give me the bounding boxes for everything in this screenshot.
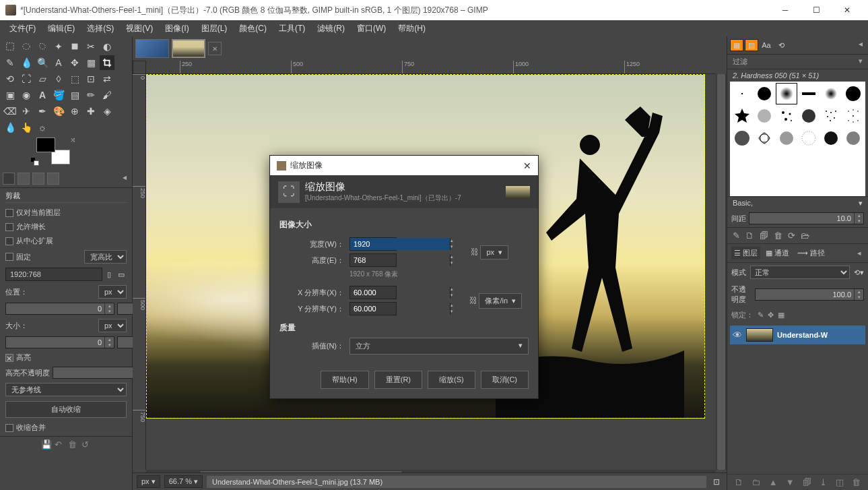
- tool-smudge[interactable]: 👆: [19, 120, 34, 135]
- layer-thumbnail[interactable]: [746, 328, 773, 342]
- tool-clone[interactable]: ⊕: [67, 104, 82, 119]
- tool-pencil[interactable]: ✏: [84, 88, 98, 102]
- menu-image[interactable]: 图像(I): [160, 21, 194, 36]
- refresh-brushes-icon[interactable]: ⟳: [788, 231, 795, 241]
- fixed-checkbox[interactable]: [5, 253, 13, 261]
- menu-layer[interactable]: 图层(L): [196, 21, 233, 36]
- brush-item[interactable]: [731, 127, 753, 149]
- pos-unit-select[interactable]: px: [98, 285, 127, 299]
- res-unit-select[interactable]: 像素/in▾: [479, 293, 522, 309]
- new-brush-icon[interactable]: 🗋: [745, 231, 754, 241]
- brush-item[interactable]: [754, 127, 775, 149]
- brush-grid[interactable]: [730, 82, 865, 196]
- menu-file[interactable]: 文件(F): [4, 21, 41, 36]
- save-preset-icon[interactable]: 💾: [41, 439, 51, 449]
- brush-item[interactable]: [776, 105, 797, 127]
- tool-rect-select[interactable]: [3, 39, 18, 54]
- raise-layer-icon[interactable]: ▲: [769, 477, 778, 487]
- brush-item[interactable]: [820, 127, 842, 149]
- shrink-merged-checkbox[interactable]: [5, 424, 13, 432]
- tool-cage[interactable]: ▣: [3, 88, 18, 102]
- tool-ink[interactable]: ✒: [35, 104, 50, 119]
- patterns-tab[interactable]: ▨: [745, 39, 758, 51]
- aspect-ratio-input[interactable]: [5, 268, 102, 281]
- cancel-button[interactable]: 取消(C): [481, 371, 529, 389]
- tool-perspective[interactable]: ◊: [51, 71, 66, 86]
- tool-move[interactable]: ✥: [67, 55, 82, 70]
- delete-layer-icon[interactable]: 🗑: [852, 477, 861, 487]
- mask-icon[interactable]: ◫: [836, 477, 844, 487]
- status-unit[interactable]: px ▾: [137, 475, 160, 488]
- menu-color[interactable]: 颜色(C): [234, 21, 272, 36]
- window-minimize-button[interactable]: ─: [770, 0, 801, 20]
- paths-tab[interactable]: ⟿ 路径: [795, 247, 828, 259]
- landscape-icon[interactable]: ▭: [116, 270, 127, 279]
- brush-item[interactable]: [798, 105, 820, 127]
- layers-tab[interactable]: ☰ 图层: [731, 247, 760, 259]
- duplicate-brush-icon[interactable]: 🗐: [760, 231, 768, 241]
- new-layer-icon[interactable]: 🗋: [735, 477, 743, 487]
- brushes-tab[interactable]: ▦: [730, 39, 743, 51]
- only-layer-checkbox[interactable]: [5, 209, 13, 217]
- window-close-button[interactable]: ✕: [832, 0, 863, 20]
- menu-edit[interactable]: 编辑(E): [42, 21, 80, 36]
- brush-item[interactable]: [842, 127, 864, 149]
- opacity-input[interactable]: ▴▾: [755, 288, 864, 301]
- fixed-select[interactable]: 宽高比: [84, 250, 127, 264]
- edit-brush-icon[interactable]: ✎: [733, 231, 740, 241]
- tool-ellipse-select[interactable]: [19, 39, 34, 54]
- vertical-scrollbar[interactable]: [716, 74, 727, 470]
- mode-reset-icon[interactable]: ⟲▾: [854, 268, 864, 277]
- tool-flip[interactable]: ⇄: [100, 71, 114, 86]
- brush-category[interactable]: Basic,▾: [727, 196, 868, 210]
- new-group-icon[interactable]: 🗀: [752, 477, 760, 487]
- tool-heal[interactable]: ✚: [84, 104, 98, 119]
- fg-color[interactable]: [36, 137, 55, 152]
- tool-gradient[interactable]: ▤: [67, 88, 82, 102]
- lock-position-icon[interactable]: ✥: [768, 311, 774, 319]
- size-unit-select[interactable]: px▾: [480, 245, 508, 259]
- brush-item[interactable]: [776, 127, 797, 149]
- tool-paths[interactable]: ✎: [3, 55, 18, 70]
- brush-item[interactable]: [842, 83, 864, 104]
- dock-menu-icon[interactable]: ◂: [120, 173, 129, 185]
- reset-preset-icon[interactable]: ↺: [81, 439, 91, 449]
- size-w-input[interactable]: ▴▾: [5, 336, 114, 348]
- horizontal-ruler[interactable]: 250 500 750 1000 1250: [146, 61, 716, 74]
- color-swatches[interactable]: ⤭: [36, 137, 70, 164]
- tool-blur[interactable]: 💧: [3, 120, 18, 135]
- tool-rotate[interactable]: ⟲: [3, 71, 18, 86]
- image-tab-1[interactable]: [135, 39, 169, 58]
- size-unit-select[interactable]: px: [98, 319, 127, 332]
- status-zoom[interactable]: 66.7 % ▾: [164, 475, 203, 488]
- tool-perspective-clone[interactable]: ◈: [100, 104, 114, 119]
- brushes-dock-menu[interactable]: ◂: [856, 39, 865, 51]
- delete-brush-icon[interactable]: 🗑: [774, 231, 782, 241]
- default-colors-icon[interactable]: [31, 158, 39, 166]
- pos-x-input[interactable]: ▴▾: [5, 303, 114, 315]
- highlight-checkbox[interactable]: ✕: [5, 354, 13, 362]
- tool-warp[interactable]: ◉: [19, 88, 34, 102]
- undo-history-tab[interactable]: [32, 173, 44, 185]
- width-input[interactable]: ▴▾: [349, 237, 397, 251]
- expand-center-checkbox[interactable]: [5, 237, 13, 245]
- link-wh-icon[interactable]: ⛓: [469, 239, 480, 266]
- fonts-tab[interactable]: Aa: [760, 39, 773, 51]
- brush-item[interactable]: [731, 105, 753, 127]
- tool-free-select[interactable]: [35, 39, 50, 54]
- yres-input[interactable]: ▴▾: [349, 302, 397, 315]
- tool-measure[interactable]: A: [51, 55, 66, 70]
- brush-item[interactable]: [754, 83, 775, 104]
- spacing-input[interactable]: ▴▾: [749, 212, 864, 224]
- tool-unified-transform[interactable]: ⬚: [67, 71, 82, 86]
- dialog-titlebar[interactable]: 缩放图像 ✕: [270, 156, 538, 175]
- layers-dock-menu[interactable]: ◂: [855, 249, 864, 257]
- tool-align[interactable]: ▦: [84, 55, 98, 70]
- brush-item[interactable]: [754, 105, 775, 127]
- tool-foreground[interactable]: ◐: [100, 39, 114, 54]
- lower-layer-icon[interactable]: ▼: [786, 477, 795, 487]
- brush-item[interactable]: [731, 83, 753, 104]
- image-tab-close[interactable]: ✕: [208, 42, 222, 55]
- menu-filters[interactable]: 滤镜(R): [312, 21, 350, 36]
- tool-paintbrush[interactable]: 🖌: [100, 88, 114, 102]
